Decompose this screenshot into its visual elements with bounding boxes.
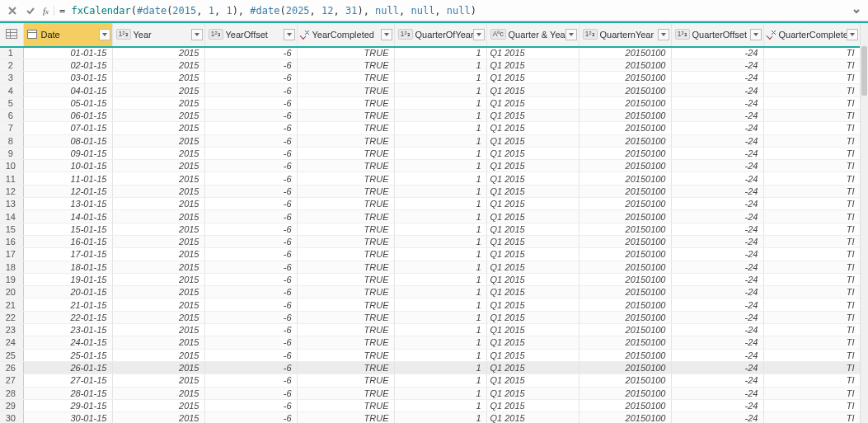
cell-yearoffset[interactable]: -6 xyxy=(204,361,297,374)
cell-quartercompleted[interactable]: TI xyxy=(763,412,860,423)
cell-yearoffset[interactable]: -6 xyxy=(204,374,297,387)
cell-quarteroffset[interactable]: -24 xyxy=(671,109,763,121)
cell-quarterandyear[interactable]: Q1 2015 xyxy=(486,336,579,349)
cell-quarteroffset[interactable]: -24 xyxy=(671,261,763,273)
cell-quarternyear[interactable]: 20150100 xyxy=(579,84,671,96)
table-row[interactable]: 2929-01-152015-6TRUE1Q1 201520150100-24T… xyxy=(0,399,860,411)
cell-quarternyear[interactable]: 20150100 xyxy=(579,387,671,399)
cell-quartercompleted[interactable]: TI xyxy=(763,248,860,261)
row-number[interactable]: 13 xyxy=(0,198,23,210)
cell-quarterofyear[interactable]: 1 xyxy=(394,198,486,210)
cell-quarterandyear[interactable]: Q1 2015 xyxy=(486,374,579,387)
cell-quarternyear[interactable]: 20150100 xyxy=(579,147,671,159)
table-row[interactable]: 2727-01-152015-6TRUE1Q1 201520150100-24T… xyxy=(0,374,860,387)
column-header-quarteroffset[interactable]: 1²₃QuarterOffset xyxy=(671,23,763,46)
cell-quarterandyear[interactable]: Q1 2015 xyxy=(486,286,579,298)
cell-quarterofyear[interactable]: 1 xyxy=(394,349,486,361)
row-number[interactable]: 26 xyxy=(0,361,23,374)
row-number[interactable]: 15 xyxy=(0,223,23,235)
cell-yearoffset[interactable]: -6 xyxy=(204,160,297,172)
cell-quarteroffset[interactable]: -24 xyxy=(671,286,763,298)
cell-quarteroffset[interactable]: -24 xyxy=(671,298,763,311)
cell-quarterofyear[interactable]: 1 xyxy=(394,172,486,185)
table-row[interactable]: 2121-01-152015-6TRUE1Q1 201520150100-24T… xyxy=(0,298,860,311)
cell-quarterandyear[interactable]: Q1 2015 xyxy=(486,248,579,261)
cell-quarterandyear[interactable]: Q1 2015 xyxy=(486,59,579,71)
cell-date[interactable]: 28-01-15 xyxy=(23,387,112,399)
cell-quartercompleted[interactable]: TI xyxy=(763,387,860,399)
table-row[interactable]: 1111-01-152015-6TRUE1Q1 201520150100-24T… xyxy=(0,172,860,185)
row-number[interactable]: 23 xyxy=(0,324,23,336)
cell-quarternyear[interactable]: 20150100 xyxy=(579,235,671,247)
cell-quartercompleted[interactable]: TI xyxy=(763,59,860,71)
cell-quarternyear[interactable]: 20150100 xyxy=(579,248,671,261)
cell-quarternyear[interactable]: 20150100 xyxy=(579,286,671,298)
cell-quarterofyear[interactable]: 1 xyxy=(394,261,486,273)
row-number[interactable]: 18 xyxy=(0,261,23,273)
cell-date[interactable]: 19-01-15 xyxy=(23,273,112,285)
cell-yearoffset[interactable]: -6 xyxy=(204,235,297,247)
cell-yearoffset[interactable]: -6 xyxy=(204,147,297,159)
cell-quarteroffset[interactable]: -24 xyxy=(671,399,763,411)
cell-yearoffset[interactable]: -6 xyxy=(204,248,297,261)
column-header-quarternyear[interactable]: 1²₃QuarternYear xyxy=(579,23,671,46)
cell-quarterofyear[interactable]: 1 xyxy=(394,311,486,323)
cell-yearcompleted[interactable]: TRUE xyxy=(297,210,394,223)
cell-date[interactable]: 16-01-15 xyxy=(23,235,112,247)
row-number[interactable]: 14 xyxy=(0,210,23,223)
cell-quartercompleted[interactable]: TI xyxy=(763,210,860,223)
table-row[interactable]: 3030-01-152015-6TRUE1Q1 201520150100-24T… xyxy=(0,412,860,423)
cell-yearcompleted[interactable]: TRUE xyxy=(297,336,394,349)
cell-quarterandyear[interactable]: Q1 2015 xyxy=(486,261,579,273)
cell-yearcompleted[interactable]: TRUE xyxy=(297,160,394,172)
cell-yearoffset[interactable]: -6 xyxy=(204,273,297,285)
cell-quarteroffset[interactable]: -24 xyxy=(671,374,763,387)
cell-year[interactable]: 2015 xyxy=(112,261,204,273)
cell-yearoffset[interactable]: -6 xyxy=(204,311,297,323)
table-row[interactable]: 2525-01-152015-6TRUE1Q1 201520150100-24T… xyxy=(0,349,860,361)
cell-yearcompleted[interactable]: TRUE xyxy=(297,72,394,84)
cell-quarteroffset[interactable]: -24 xyxy=(671,59,763,71)
cell-quarteroffset[interactable]: -24 xyxy=(671,84,763,96)
column-filter-button[interactable] xyxy=(284,29,295,40)
cell-quarterofyear[interactable]: 1 xyxy=(394,96,486,109)
cell-quarterandyear[interactable]: Q1 2015 xyxy=(486,96,579,109)
cell-quartercompleted[interactable]: TI xyxy=(763,147,860,159)
column-filter-button[interactable] xyxy=(750,29,762,40)
cell-year[interactable]: 2015 xyxy=(112,210,204,223)
row-number[interactable]: 1 xyxy=(0,46,23,59)
cell-quarterofyear[interactable]: 1 xyxy=(394,134,486,147)
cell-quarterofyear[interactable]: 1 xyxy=(394,210,486,223)
cell-yearcompleted[interactable]: TRUE xyxy=(297,122,394,134)
cell-quarterofyear[interactable]: 1 xyxy=(394,248,486,261)
cell-quarternyear[interactable]: 20150100 xyxy=(579,160,671,172)
cell-year[interactable]: 2015 xyxy=(112,59,204,71)
cell-yearcompleted[interactable]: TRUE xyxy=(297,59,394,71)
row-number[interactable]: 25 xyxy=(0,349,23,361)
cell-quarterandyear[interactable]: Q1 2015 xyxy=(486,46,579,59)
cell-quarterandyear[interactable]: Q1 2015 xyxy=(486,172,579,185)
cell-quarterofyear[interactable]: 1 xyxy=(394,361,486,374)
cell-year[interactable]: 2015 xyxy=(112,223,204,235)
cell-date[interactable]: 26-01-15 xyxy=(23,361,112,374)
cell-date[interactable]: 03-01-15 xyxy=(23,72,112,84)
cell-quarterofyear[interactable]: 1 xyxy=(394,160,486,172)
cell-yearcompleted[interactable]: TRUE xyxy=(297,298,394,311)
cell-quarteroffset[interactable]: -24 xyxy=(671,248,763,261)
cell-yearcompleted[interactable]: TRUE xyxy=(297,235,394,247)
column-header-quarterofyear[interactable]: 1²₃QuarterOfYear xyxy=(394,23,486,46)
cell-quarterandyear[interactable]: Q1 2015 xyxy=(486,84,579,96)
cell-yearcompleted[interactable]: TRUE xyxy=(297,399,394,411)
cell-quarterandyear[interactable]: Q1 2015 xyxy=(486,210,579,223)
cell-yearoffset[interactable]: -6 xyxy=(204,298,297,311)
cell-quartercompleted[interactable]: TI xyxy=(763,122,860,134)
cell-quarteroffset[interactable]: -24 xyxy=(671,172,763,185)
cell-quarternyear[interactable]: 20150100 xyxy=(579,336,671,349)
cell-quarternyear[interactable]: 20150100 xyxy=(579,72,671,84)
row-number[interactable]: 5 xyxy=(0,96,23,109)
formula-input[interactable]: = fxCalendar(#date(2015, 1, 1), #date(20… xyxy=(59,5,848,16)
table-row[interactable]: 1717-01-152015-6TRUE1Q1 201520150100-24T… xyxy=(0,248,860,261)
cell-quarternyear[interactable]: 20150100 xyxy=(579,261,671,273)
row-number[interactable]: 4 xyxy=(0,84,23,96)
row-number[interactable]: 6 xyxy=(0,109,23,121)
